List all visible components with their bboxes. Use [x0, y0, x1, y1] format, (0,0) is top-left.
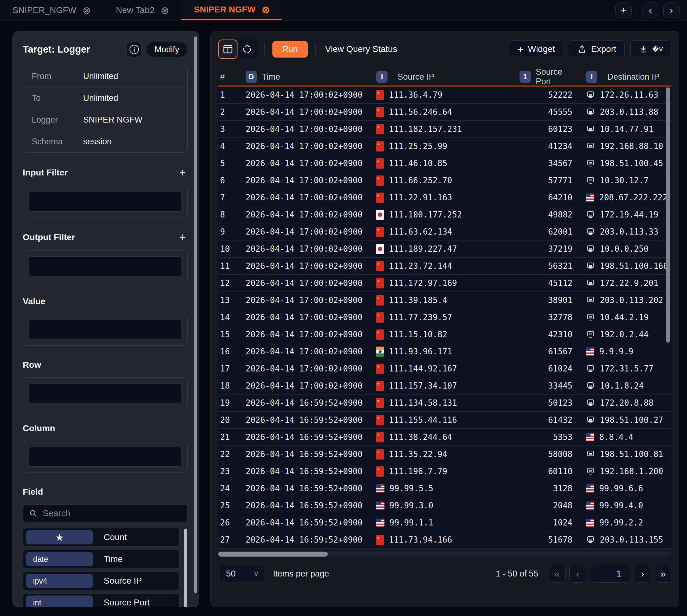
- export-button[interactable]: Export: [569, 40, 625, 58]
- table-row[interactable]: 192026-04-14 16:59:52+0900111.134.58.131…: [218, 395, 671, 412]
- field-search-input[interactable]: [43, 508, 181, 518]
- scroll-tabs-left-button[interactable]: ‹: [642, 2, 658, 18]
- run-button[interactable]: Run: [272, 41, 308, 58]
- query-sidebar: Target: Logger i Modify From Unlimited T…: [13, 31, 199, 607]
- table-row[interactable]: 52026-04-14 17:00:02+0900111.46.10.85345…: [218, 155, 671, 172]
- close-tab-icon[interactable]: ⊗: [262, 5, 270, 15]
- type-badge-int: 1: [519, 71, 531, 83]
- next-page-button[interactable]: ›: [634, 565, 651, 583]
- row-index: 2: [218, 107, 245, 117]
- scroll-tabs-right-button[interactable]: ›: [663, 2, 680, 18]
- field-item-source-port[interactable]: int Source Port: [23, 593, 179, 607]
- table-row[interactable]: 142026-04-14 17:00:02+0900111.77.239.573…: [218, 309, 671, 326]
- field-item-source-ip[interactable]: ipv4 Source IP: [23, 572, 179, 590]
- chevron-down-icon: Ⅴ: [254, 570, 258, 577]
- table-row[interactable]: 202026-04-14 16:59:52+0900111.155.44.116…: [218, 412, 671, 429]
- row-destination-ip: 10.14.77.91: [586, 125, 679, 134]
- table-row[interactable]: 222026-04-14 16:59:52+0900111.35.22.9458…: [218, 446, 671, 463]
- host-icon: [586, 244, 595, 253]
- column-header-destination-ip[interactable]: I Destination IP: [586, 71, 679, 83]
- column-field[interactable]: [29, 447, 182, 467]
- flag-jp-icon: [376, 210, 384, 220]
- table-row[interactable]: 152026-04-14 17:00:02+0900111.15.10.8242…: [218, 326, 671, 343]
- close-tab-icon[interactable]: ⊗: [160, 5, 169, 15]
- table-row[interactable]: 242026-04-14 16:59:52+090099.99.5.531289…: [218, 480, 671, 497]
- host-icon: [586, 227, 595, 236]
- field-item-count[interactable]: ★ Count: [23, 528, 179, 547]
- flag-cn-icon: [376, 124, 384, 134]
- column-header-time[interactable]: D Time: [245, 71, 376, 83]
- page-number-input[interactable]: [590, 565, 630, 583]
- table-row[interactable]: 92026-04-14 17:00:02+0900111.63.62.13462…: [218, 223, 671, 241]
- table-row[interactable]: 262026-04-14 16:59:52+090099.99.1.110249…: [218, 514, 671, 531]
- row-time: 2026-04-14 16:59:52+0900: [245, 449, 376, 459]
- flag-cn-icon: [376, 398, 384, 408]
- info-button[interactable]: i: [127, 42, 142, 57]
- row-time: 2026-04-14 17:00:02+0900: [245, 313, 376, 322]
- add-output-filter-button[interactable]: +: [179, 232, 186, 243]
- table-row[interactable]: 82026-04-14 17:00:02+0900111.100.177.252…: [218, 206, 671, 223]
- table-row[interactable]: 102026-04-14 17:00:02+0900111.189.227.47…: [218, 241, 671, 258]
- output-filter-field[interactable]: [29, 256, 182, 276]
- column-header-index[interactable]: #: [218, 72, 245, 82]
- table-row[interactable]: 122026-04-14 17:00:02+0900111.172.97.169…: [218, 275, 671, 292]
- first-page-button[interactable]: «: [549, 565, 565, 583]
- host-icon: [586, 108, 595, 116]
- view-query-status-link[interactable]: View Query Status: [325, 44, 397, 54]
- table-row[interactable]: 232026-04-14 16:59:52+0900111.196.7.7960…: [218, 463, 671, 480]
- host-icon: [586, 467, 595, 476]
- row-destination-ip: 99.99.6.6: [586, 484, 679, 493]
- row-source-port: 60123: [519, 125, 573, 134]
- row-field[interactable]: [29, 383, 182, 403]
- scrollbar-thumb[interactable]: [218, 552, 328, 556]
- row-time: 2026-04-14 17:00:02+0900: [245, 381, 376, 391]
- field-search-box[interactable]: [23, 504, 188, 522]
- table-row[interactable]: 182026-04-14 17:00:02+0900111.157.34.107…: [218, 377, 671, 395]
- host-icon: [586, 142, 595, 151]
- add-widget-button[interactable]: + Widget: [509, 40, 563, 58]
- last-page-button[interactable]: »: [654, 565, 671, 583]
- table-row[interactable]: 22026-04-14 17:00:02+0900111.56.246.6445…: [218, 104, 671, 121]
- chart-view-button[interactable]: [237, 40, 257, 59]
- column-header-source-port[interactable]: 1 Source Port: [519, 67, 573, 87]
- row-index: 7: [218, 193, 245, 202]
- field-item-time[interactable]: date Time: [23, 550, 179, 568]
- field-list-scrollbar[interactable]: [184, 529, 187, 607]
- new-tab-button[interactable]: +: [616, 2, 631, 18]
- table-row[interactable]: 172026-04-14 17:00:02+0900111.144.92.167…: [218, 360, 671, 377]
- row-time: 2026-04-14 16:59:52+0900: [245, 398, 376, 408]
- table-row[interactable]: 42026-04-14 17:00:02+0900111.25.25.99412…: [218, 138, 671, 155]
- table-row[interactable]: 32026-04-14 17:00:02+0900111.182.157.231…: [218, 121, 671, 138]
- row-time: 2026-04-14 16:59:52+0900: [245, 518, 376, 527]
- table-row[interactable]: 132026-04-14 17:00:02+0900111.39.185.438…: [218, 292, 671, 309]
- column-header-source-ip[interactable]: I Source IP: [376, 71, 519, 83]
- table-row[interactable]: 72026-04-14 17:00:02+0900111.22.91.16364…: [218, 189, 671, 206]
- table-row[interactable]: 272026-04-14 16:59:52+0900111.73.94.1665…: [218, 531, 671, 549]
- tab-new-tab2[interactable]: New Tab2 ⊗: [103, 0, 181, 20]
- modify-button[interactable]: Modify: [146, 42, 188, 57]
- divider: [637, 5, 637, 16]
- table-horizontal-scrollbar[interactable]: [218, 552, 671, 556]
- tab-sniper-ngfw-1[interactable]: SNIPER_NGFW ⊗: [0, 0, 103, 20]
- input-filter-field[interactable]: [29, 192, 182, 212]
- table-vertical-scrollbar[interactable]: [666, 87, 670, 343]
- prev-page-button[interactable]: ‹: [569, 565, 586, 583]
- download-split-button[interactable]: �Ⅴ: [630, 40, 671, 58]
- close-tab-icon[interactable]: ⊗: [83, 5, 91, 15]
- table-view-button[interactable]: [218, 40, 237, 59]
- table-row[interactable]: 252026-04-14 16:59:52+090099.99.3.020489…: [218, 497, 671, 514]
- add-input-filter-button[interactable]: +: [179, 167, 186, 178]
- page-size-select[interactable]: 50 Ⅴ: [218, 565, 265, 582]
- table-row[interactable]: 62026-04-14 17:00:02+0900111.66.252.7057…: [218, 172, 671, 189]
- row-source-port: 5353: [519, 433, 573, 442]
- value-field[interactable]: [29, 320, 182, 340]
- row-source-ip: 111.134.58.131: [376, 398, 519, 408]
- tab-sniper-ngfw-active[interactable]: SNIPER NGFW ⊗: [181, 0, 282, 20]
- table-row[interactable]: 212026-04-14 16:59:52+0900111.38.244.645…: [218, 429, 671, 446]
- row-destination-ip: 172.31.5.77: [586, 364, 679, 373]
- row-source-ip: 111.25.25.99: [376, 141, 519, 152]
- table-row[interactable]: 112026-04-14 17:00:02+0900111.23.72.1445…: [218, 258, 671, 275]
- table-row[interactable]: 162026-04-14 17:00:02+0900111.93.96.1716…: [218, 343, 671, 360]
- sidebar-scrollbar[interactable]: [194, 37, 197, 593]
- table-row[interactable]: 12026-04-14 17:00:02+0900111.36.4.795222…: [218, 87, 671, 104]
